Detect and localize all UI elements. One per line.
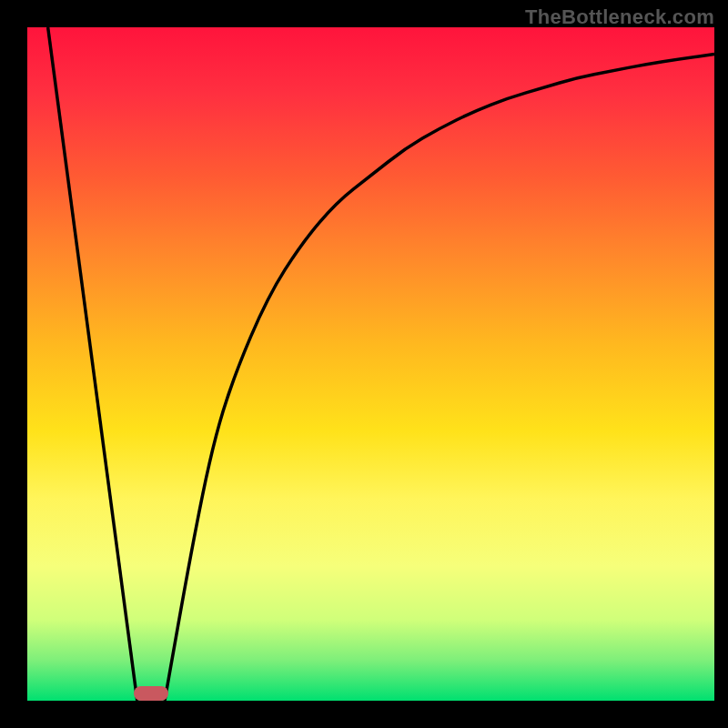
trough-marker <box>134 686 168 701</box>
plot-area <box>27 27 714 701</box>
curve-left-arm <box>48 27 137 701</box>
curve-svg <box>27 27 714 701</box>
curve-right-arm <box>165 55 714 701</box>
watermark-text: TheBottleneck.com <box>525 5 714 29</box>
chart-frame: TheBottleneck.com <box>0 0 728 728</box>
